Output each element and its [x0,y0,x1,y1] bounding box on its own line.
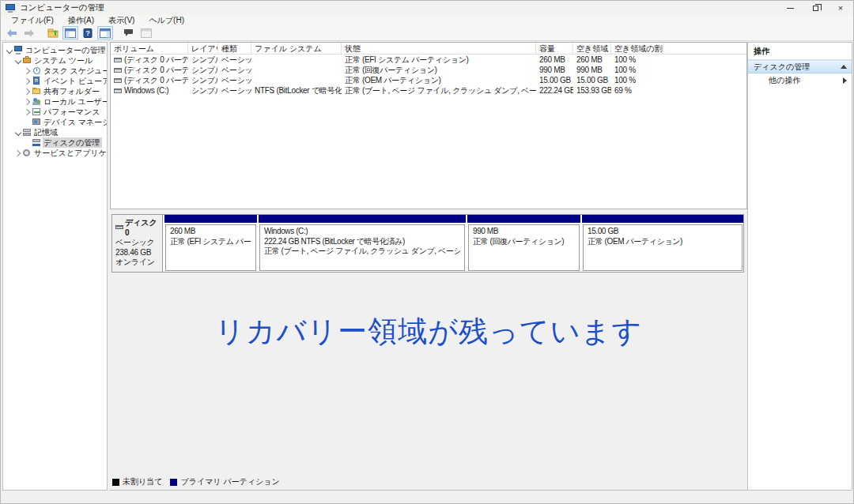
column-header-volume[interactable]: ボリューム [111,43,188,54]
help-icon: ? [83,28,93,38]
services-applications-icon [22,149,32,157]
volume-icon [114,58,122,62]
new-window-button[interactable] [138,26,154,39]
tree-item-task-scheduler[interactable]: タスク スケジューラ [3,66,107,76]
tree-item-local-users-groups[interactable]: ローカル ユーザーとグループ [3,96,107,107]
toolbar: ? [1,25,853,41]
menu-view[interactable]: 表示(V) [101,15,142,25]
volume-row-partition-1[interactable]: (ディスク 0 パーティション 1) シンプル ベーシック 正常 (EFI シス… [111,55,746,65]
tree-item-event-viewer[interactable]: イベント ビューアー [3,76,107,86]
chevron-down-icon[interactable] [14,129,22,137]
primary-partition-color-swatch [170,479,177,486]
partition-color-bar [467,215,580,223]
partition-color-bar [164,215,257,223]
up-button[interactable] [45,26,61,39]
close-icon: × [838,4,843,13]
legend: 未割り当て プライマリ パーティション [112,476,280,487]
column-header-filler [663,43,746,54]
partition-oem[interactable]: 15.00 GB 正常 (OEM パーティション) [580,215,743,272]
column-header-layout[interactable]: レイアウト [188,43,218,54]
disk-type: ベーシック [115,238,159,248]
forward-icon [24,28,35,38]
computer-management-icon [13,46,23,55]
storage-icon [22,128,32,137]
annotation-text: リカバリー領域が残っています [109,312,748,352]
volume-row-partition-4[interactable]: (ディスク 0 パーティション 4) シンプル ベーシック 正常 (回復パーティ… [111,65,746,75]
actions-section-disk-management[interactable]: ディスクの管理 [748,60,852,73]
actions-pane: 操作 ディスクの管理 他の操作 [747,42,852,491]
partition-efi[interactable]: 260 MB 正常 (EFI システム パーティション) [163,215,257,272]
tree-item-device-manager[interactable]: デバイス マネージャー [3,117,107,127]
volume-row-windows-c[interactable]: Windows (C:) シンプル ベーシック NTFS (BitLocker … [111,85,746,96]
new-window-icon [141,28,152,38]
menu-bar: ファイル(F) 操作(A) 表示(V) ヘルプ(H) [1,15,853,25]
volume-icon [114,78,122,83]
chevron-down-icon[interactable] [6,47,13,55]
chevron-right-icon[interactable] [24,98,32,106]
disk-icon [115,225,123,229]
disk-status: オンライン [115,258,159,268]
close-button[interactable]: × [828,1,853,15]
more-actions-item[interactable]: 他の操作 [748,73,852,87]
chevron-down-icon[interactable] [14,57,22,65]
column-header-status[interactable]: 状態 [342,43,536,54]
menu-file[interactable]: ファイル(F) [4,15,61,25]
volume-list: ボリューム レイアウト 種類 ファイル システム 状態 容量 空き領域 空き領域… [110,42,747,209]
action-popup-button[interactable] [121,26,137,39]
action-popup-icon [123,28,134,37]
collapse-icon[interactable] [841,65,847,69]
window-title: コンピューターの管理 [20,2,104,13]
restore-button[interactable] [803,1,828,15]
up-icon [47,28,59,38]
volume-icon [114,68,122,73]
chevron-right-icon[interactable] [24,77,32,85]
column-header-free-pct[interactable]: 空き領域の割合 [611,43,663,54]
tree-item-system-tools[interactable]: システム ツール [3,55,107,66]
chevron-right-icon[interactable] [24,88,32,96]
legend-unallocated: 未割り当て [112,476,162,487]
minimize-button[interactable] [777,1,803,15]
title-bar: コンピューターの管理 × [1,1,853,15]
task-scheduler-icon [32,66,41,75]
device-manager-icon [32,118,41,126]
disk-0-label[interactable]: ディスク 0 ベーシック 238.46 GB オンライン [112,215,163,272]
event-viewer-icon [32,77,41,85]
tree-item-shared-folders[interactable]: 共有フォルダー [3,86,107,96]
help-button[interactable]: ? [80,26,96,39]
disk-management-icon [32,138,41,147]
tree-item-computer-management[interactable]: コンピューターの管理 (ローカル) [3,45,107,55]
show-hide-action-pane-button[interactable] [97,26,113,39]
tree-item-services-applications[interactable]: サービスとアプリケーション [3,148,107,158]
disk-graphical-view: ディスク 0 ベーシック 238.46 GB オンライン 260 MB 正常 (… [109,211,748,491]
column-header-capacity[interactable]: 容量 [536,43,573,54]
chevron-right-icon[interactable] [24,108,32,116]
volume-row-partition-5[interactable]: (ディスク 0 パーティション 5) シンプル ベーシック 正常 (OEM パー… [111,75,746,85]
column-header-free-space[interactable]: 空き領域 [573,43,611,54]
performance-icon [32,107,41,116]
menu-help[interactable]: ヘルプ(H) [142,15,191,25]
show-hide-action-pane-icon [100,28,111,38]
chevron-right-icon[interactable] [24,67,32,75]
volume-icon [114,88,122,93]
chevron-placeholder [24,139,32,147]
minimize-icon [787,8,794,9]
chevron-right-icon[interactable] [14,149,22,157]
console-tree: コンピューターの管理 (ローカル) システム ツール タスク スケジューラ イベ… [2,42,108,491]
tree-item-performance[interactable]: パフォーマンス [3,107,107,117]
tree-item-storage[interactable]: 記憶域 [3,127,107,137]
menu-action[interactable]: 操作(A) [61,15,101,25]
column-header-type[interactable]: 種類 [218,43,251,54]
tree-item-disk-management[interactable]: ディスクの管理 [3,137,107,148]
volume-list-header: ボリューム レイアウト 種類 ファイル システム 状態 容量 空き領域 空き領域… [111,43,746,55]
actions-pane-title: 操作 [748,43,852,60]
back-icon [6,28,17,38]
system-tools-icon [22,56,32,65]
partition-recovery[interactable]: 990 MB 正常 (回復パーティション) [466,215,580,272]
local-users-groups-icon [32,97,41,106]
back-button[interactable] [4,26,20,39]
unallocated-color-swatch [112,479,119,486]
column-header-filesystem[interactable]: ファイル システム [251,43,342,54]
forward-button[interactable] [21,26,37,39]
partition-windows-c[interactable]: Windows (C:) 222.24 GB NTFS (BitLocker で… [257,215,466,272]
show-hide-tree-button[interactable] [62,26,78,39]
